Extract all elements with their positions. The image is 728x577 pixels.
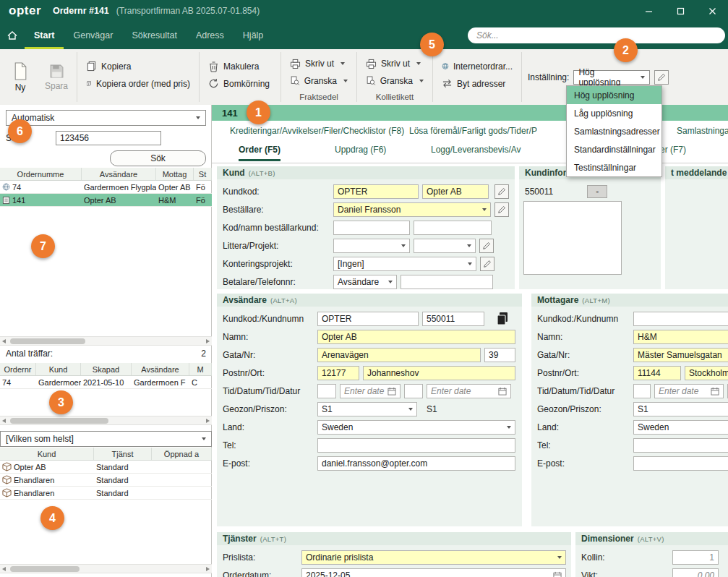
mot-tid1-field[interactable] (633, 384, 651, 398)
parcel-label-print-button[interactable]: Skriv ut (363, 56, 427, 71)
settings-select[interactable]: Hög upplösning (573, 70, 650, 85)
menu-hjalp[interactable]: Hjälp (234, 22, 273, 49)
prislista-select[interactable]: Ordinarie prislista (301, 550, 566, 565)
tab-logg[interactable]: Logg/Leveransbevis/Av (431, 145, 521, 159)
new-order-button[interactable]: Ny (6, 62, 35, 93)
collapse-button[interactable]: - (587, 185, 607, 198)
mot-land-field[interactable]: Sweden (633, 420, 728, 435)
betalare-telefon-field[interactable] (401, 275, 493, 289)
avs-datum1-field[interactable]: Enter date (340, 384, 401, 398)
copy-address-button[interactable] (494, 311, 511, 327)
avs-geozon-select[interactable]: S1 (317, 402, 417, 416)
maximize-button[interactable] (664, 0, 696, 22)
mot-kundkod-field[interactable] (633, 312, 728, 326)
swap-addresses-button[interactable]: Byt adresser (439, 76, 515, 91)
edit-littera-button[interactable] (479, 239, 494, 253)
dropdown-option-testinstallningar[interactable]: Testinställningar (567, 158, 661, 176)
dropdown-option-lag-upplosning[interactable]: Låg upplösning (567, 104, 661, 122)
scrollbar-thumb[interactable] (10, 338, 85, 344)
close-button[interactable] (696, 0, 728, 22)
edit-kund-button[interactable] (494, 184, 509, 199)
dropdown-option-hog-upplosning[interactable]: Hög upplösning (567, 86, 661, 104)
avs-ort-field[interactable]: Johanneshov (363, 366, 515, 380)
mot-postnr-field[interactable]: 11144 (633, 366, 681, 380)
mot-tel-field[interactable] (633, 438, 728, 453)
edit-kontering-button[interactable] (480, 257, 494, 271)
avs-kundkod-field[interactable]: OPTER (317, 312, 419, 326)
copy-button[interactable]: Kopiera (83, 59, 193, 74)
customer-service-row[interactable]: Ehandlaren Standard (0, 474, 212, 487)
avs-namn-field[interactable]: Opter AB (317, 330, 515, 344)
menu-adress[interactable]: Adress (187, 22, 234, 49)
col-ordernummer[interactable]: Ordernumme (0, 168, 82, 180)
tab-order[interactable]: Order (F5) (239, 145, 281, 161)
failed-run-button[interactable]: Bomkörning (205, 76, 275, 91)
customer-filter-select[interactable]: [Vilken som helst] (0, 431, 212, 447)
search-input[interactable]: Sök... (468, 27, 725, 43)
menu-start[interactable]: Start (25, 22, 64, 49)
avs-gata-field[interactable]: Arenavägen (317, 348, 481, 362)
avs-datum2-field[interactable]: Enter date (427, 384, 511, 398)
tab-losa-foremal[interactable]: Lösa föremål/Farligt gods/Tider/P (409, 126, 537, 136)
col-mottagare[interactable]: Mottag (156, 168, 194, 180)
mot-ort-field[interactable]: Stockholm (685, 366, 728, 380)
customer-service-row[interactable]: Opter AB Standard (0, 461, 212, 474)
col-m[interactable]: M (189, 363, 212, 375)
kontering-select[interactable]: [Ingen] (333, 257, 476, 271)
avs-kundnummer-field[interactable]: 550011 (422, 312, 484, 326)
col-kund[interactable]: Kund (0, 448, 94, 460)
dropdown-option-standardinstallningar[interactable]: Standardinställningar (567, 140, 661, 158)
copy-order-with-price-button[interactable]: Kopiera order (med pris) (83, 76, 193, 91)
avs-land-select[interactable]: Sweden (317, 420, 515, 435)
edit-settings-button[interactable] (654, 70, 669, 85)
dropdown-option-samlastningsadresser[interactable]: Samlastningsadresser (567, 122, 661, 140)
internet-orders-button[interactable]: Internetordrar... (439, 59, 515, 74)
kundinfo-list-box[interactable] (523, 201, 622, 275)
avs-gatunummer-field[interactable]: 39 (484, 348, 515, 362)
waybill-preview-button[interactable]: Granska (287, 73, 351, 88)
avs-tel-field[interactable] (317, 438, 515, 453)
kundnamn-field[interactable]: Opter AB (422, 184, 489, 199)
orderdatum-field[interactable]: 2025-12-05 (301, 568, 566, 577)
home-icon[interactable] (0, 22, 25, 49)
col-oppnad[interactable]: Öppnad a (152, 448, 212, 460)
menu-sokresultat[interactable]: Sökresultat (122, 22, 187, 49)
scroll-left-arrow[interactable] (2, 339, 6, 343)
col-skapad[interactable]: Skapad (81, 363, 132, 375)
scroll-right-arrow[interactable] (206, 567, 210, 571)
vikt-field[interactable]: 0,00 (672, 568, 719, 577)
kundkod-field[interactable]: OPTER (333, 184, 419, 199)
mot-epost-field[interactable] (633, 456, 728, 471)
waybill-print-button[interactable]: Skriv ut (287, 56, 351, 71)
save-button[interactable]: Spara (42, 64, 71, 91)
mot-datum1-field[interactable]: Enter date (654, 384, 724, 398)
avs-tid2-field[interactable] (404, 384, 423, 398)
minimize-button[interactable] (633, 0, 664, 22)
col-status[interactable]: St (194, 168, 212, 180)
order-row-141-selected[interactable]: 141 Opter AB H&M Fö (0, 194, 212, 207)
col-kund[interactable]: Kund (36, 363, 81, 375)
col-ordernr[interactable]: Ordernr (0, 363, 36, 375)
menu-genvagar[interactable]: Genvägar (64, 22, 122, 49)
search-mode-select[interactable]: Automatisk (6, 110, 206, 126)
tab-samlastningar[interactable]: Samlastningar (677, 126, 728, 136)
col-avsandare[interactable]: Avsändare (132, 363, 189, 375)
mot-geozon-select[interactable]: S1 (633, 402, 728, 416)
tab-krediteringar[interactable]: Krediteringar/Avvikelser/Filer/Checklist… (230, 126, 404, 136)
kodnamn-namn-field[interactable] (414, 221, 492, 235)
scroll-left-arrow[interactable] (2, 419, 6, 423)
sok-button[interactable]: Sök (110, 150, 206, 166)
scrollbar-thumb[interactable] (10, 418, 108, 424)
customer-service-row[interactable]: Ehandlaren Standard (0, 487, 212, 500)
void-order-button[interactable]: Makulera (205, 59, 275, 74)
avs-epost-field[interactable]: daniel.fransson@opter.com (317, 456, 515, 471)
edit-bestallare-button[interactable] (494, 202, 509, 217)
scroll-right-arrow[interactable] (206, 339, 210, 343)
order-row-74[interactable]: 74 Gardermoen Flygplats Opter AB Fö (0, 181, 212, 194)
parcel-label-preview-button[interactable]: Granska (363, 73, 427, 88)
col-tjanst[interactable]: Tjänst (94, 448, 152, 460)
projekt-select[interactable] (414, 239, 476, 253)
betalare-select[interactable]: Avsändare (333, 275, 397, 289)
col-avsandare[interactable]: Avsändare (82, 168, 156, 180)
order-search-input[interactable]: 123456 (56, 131, 161, 145)
